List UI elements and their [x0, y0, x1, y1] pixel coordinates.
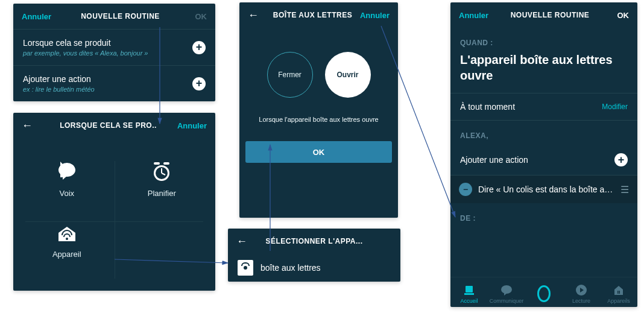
device-row-mailbox[interactable]: boîte aux lettres	[228, 254, 400, 282]
panel3-title: BOÎTE AUX LETTRES	[272, 11, 353, 19]
nav-devices[interactable]: Appareils	[600, 283, 637, 304]
chat-icon	[500, 283, 513, 297]
ok-button[interactable]: OK	[245, 141, 392, 163]
action-item-say[interactable]: − Dire « Un colis est dans la boîte au..…	[450, 175, 637, 203]
modify-link[interactable]: Modifier	[602, 103, 628, 111]
trigger-schedule-label: Planifier	[148, 189, 176, 198]
action-item-text: Dire « Un colis est dans la boîte au...	[478, 185, 614, 194]
when-subtext: par exemple, vous dites « Alexa, bonjour…	[23, 49, 148, 57]
svg-rect-13	[464, 293, 474, 295]
add-action-text: Ajouter une action	[460, 155, 528, 165]
alexa-label: ALEXA,	[450, 121, 637, 145]
plus-icon[interactable]: +	[614, 153, 628, 166]
when-heading: Lorsque cela se produit	[23, 38, 148, 48]
state-caption: Lorsque l'appareil boîte aux lettres ouv…	[239, 116, 398, 135]
when-this-happens-row[interactable]: Lorsque cela se produit par exemple, vou…	[13, 29, 215, 65]
plus-icon[interactable]: +	[192, 77, 206, 90]
panel1-header: Annuler NOUVELLE ROUTINE OK	[13, 4, 215, 29]
plus-icon[interactable]: +	[192, 41, 206, 54]
from-label: DE :	[450, 203, 637, 227]
grid-divider-v	[115, 161, 115, 279]
anytime-text: À tout moment	[460, 102, 515, 112]
svg-rect-14	[466, 286, 473, 292]
play-icon	[575, 283, 588, 297]
nav-devices-label: Appareils	[607, 298, 630, 304]
panel-new-routine-initial: Annuler NOUVELLE ROUTINE OK Lorsque cela…	[13, 4, 215, 101]
nav-communicate-label: Communiquer	[490, 298, 524, 304]
panel3-header: ← BOÎTE AUX LETTRES Annuler	[239, 2, 398, 28]
bottom-nav: Accueil Communiquer Lecture Appareils	[450, 277, 637, 307]
cancel-link[interactable]: Annuler	[171, 121, 207, 130]
trigger-device[interactable]: Appareil	[19, 210, 115, 271]
panel-select-device: ← SÉLECTIONNER L'APPA... boîte aux lettr…	[228, 229, 400, 282]
svg-rect-17	[617, 291, 619, 294]
panel2-title: LORSQUE CELA SE PRO..	[46, 121, 171, 130]
panel4-header: ← SÉLECTIONNER L'APPA...	[228, 229, 400, 254]
option-open[interactable]: Ouvrir	[325, 52, 371, 98]
alexa-ring-icon	[537, 287, 551, 300]
svg-point-12	[66, 238, 68, 240]
cancel-link[interactable]: Annuler	[459, 11, 495, 20]
svg-rect-18	[619, 291, 620, 294]
nav-home-label: Accueil	[460, 298, 478, 304]
add-action-row[interactable]: Ajouter une action ex : lire le bulletin…	[13, 65, 215, 101]
back-arrow-icon[interactable]: ←	[236, 235, 260, 248]
svg-point-15	[501, 285, 512, 294]
panel-mailbox-state: ← BOÎTE AUX LETTRES Annuler Fermer Ouvri…	[239, 2, 398, 218]
when-description: L'appareil boîte aux lettres ouvre	[450, 52, 637, 93]
panel2-header: ← LORSQUE CELA SE PRO.. Annuler	[13, 113, 215, 138]
panel-routine-configured: Annuler NOUVELLE ROUTINE OK QUAND : L'ap…	[450, 2, 637, 307]
device-name: boîte aux lettres	[260, 263, 321, 273]
anytime-row[interactable]: À tout moment Modifier	[450, 93, 637, 120]
back-arrow-icon[interactable]: ←	[248, 9, 272, 22]
nav-communicate[interactable]: Communiquer	[488, 283, 525, 304]
add-action-row[interactable]: Ajouter une action +	[450, 145, 637, 175]
nav-home[interactable]: Accueil	[450, 283, 488, 304]
cancel-link[interactable]: Annuler	[353, 11, 390, 20]
panel5-header: Annuler NOUVELLE ROUTINE OK	[450, 2, 637, 28]
action-heading: Ajouter une action	[23, 74, 95, 84]
option-close[interactable]: Fermer	[267, 52, 313, 98]
panel1-title: NOUVELLE ROUTINE	[58, 12, 183, 21]
when-label: QUAND :	[450, 28, 637, 52]
clock-icon	[151, 161, 172, 183]
voice-icon	[56, 161, 78, 183]
trigger-device-label: Appareil	[52, 250, 81, 259]
drag-handle-icon[interactable]: ☰	[620, 184, 629, 195]
ok-button[interactable]: OK	[605, 11, 629, 20]
panel5-title: NOUVELLE ROUTINE	[495, 11, 605, 19]
action-subtext: ex : lire le bulletin météo	[23, 86, 95, 93]
remove-icon[interactable]: −	[459, 183, 472, 196]
cancel-link[interactable]: Annuler	[22, 12, 58, 21]
home-icon	[462, 283, 476, 297]
svg-rect-7	[163, 162, 169, 165]
back-arrow-icon[interactable]: ←	[22, 119, 46, 132]
devices-icon	[612, 283, 625, 297]
trigger-voice-label: Voix	[59, 189, 74, 198]
device-icon	[56, 222, 78, 244]
svg-point-5	[58, 163, 75, 177]
state-options: Fermer Ouvrir	[239, 28, 398, 116]
nav-play[interactable]: Lecture	[563, 283, 600, 304]
nav-alexa[interactable]	[525, 287, 563, 300]
trigger-schedule[interactable]: Planifier	[115, 149, 210, 210]
nav-play-label: Lecture	[572, 298, 590, 304]
mailbox-device-icon	[238, 260, 253, 276]
svg-rect-6	[154, 162, 160, 165]
ok-disabled: OK	[183, 12, 207, 21]
panel4-title: SÉLECTIONNER L'APPA...	[260, 237, 368, 245]
panel-when-triggers: ← LORSQUE CELA SE PRO.. Annuler Voix	[13, 113, 215, 291]
trigger-voice[interactable]: Voix	[19, 149, 115, 210]
